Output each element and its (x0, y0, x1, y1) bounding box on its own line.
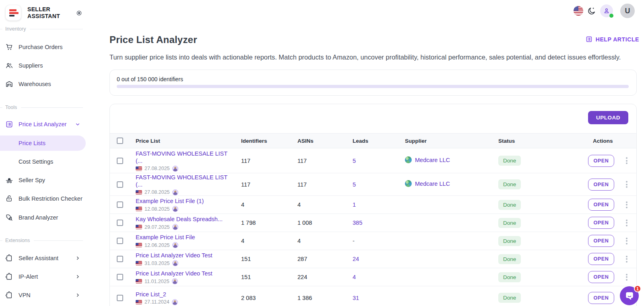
price-list-link[interactable]: Kay Wholesale Deals Spreadsh... (136, 216, 228, 223)
identifiers-value: 151 (241, 256, 297, 262)
price-list-link[interactable]: Price List_2 (136, 291, 228, 298)
dark-mode-toggle[interactable] (587, 6, 596, 16)
chat-widget-button[interactable]: 1 (620, 286, 639, 305)
puzzle-icon (5, 291, 13, 299)
row-checkbox[interactable] (117, 201, 123, 208)
sidebar-item-ip-alert[interactable]: IP-Alert (0, 268, 86, 285)
col-asins: ASINs (297, 138, 353, 144)
identifiers-value: 4 (241, 238, 297, 244)
status-badge: Done (498, 254, 521, 264)
upload-button[interactable]: UPLOAD (588, 111, 628, 124)
sidebar-item-price-lists[interactable]: Price Lists (0, 136, 86, 151)
kebab-menu-icon[interactable] (625, 236, 629, 246)
leads-link[interactable]: 5 (353, 181, 356, 188)
status-badge: Done (498, 179, 521, 189)
price-list-icon (5, 120, 13, 128)
user-avatar[interactable]: U (620, 4, 635, 18)
page-description: Turn supplier price lists into deals wit… (109, 53, 639, 61)
brand-name: SELLER ASSISTANT (27, 6, 60, 20)
price-list-link[interactable]: Example Price List File (136, 234, 228, 241)
leads-link[interactable]: 4 (353, 274, 356, 280)
price-list-link[interactable]: FAST-MOVING WHOLESALE LIST (... (136, 150, 228, 164)
table-row: Kay Wholesale Deals Spreadsh... 29.07.20… (110, 214, 636, 232)
table-row: Price List Analyzer Video Test 31.03.202… (110, 250, 636, 268)
sidebar-item-warehouses[interactable]: Warehouses (0, 75, 86, 93)
open-button[interactable]: OPEN (588, 292, 614, 304)
asins-value: 1 386 (297, 295, 353, 301)
language-flag-button[interactable] (574, 6, 583, 16)
price-list-link[interactable]: Price List Analyzer Video Test (136, 270, 228, 277)
open-button[interactable]: OPEN (588, 179, 614, 191)
status-badge: Done (498, 200, 521, 210)
leads-link[interactable]: 24 (353, 256, 359, 262)
row-checkbox[interactable] (117, 295, 123, 301)
leads-link[interactable]: 385 (353, 220, 362, 226)
open-button[interactable]: OPEN (588, 217, 614, 229)
identifiers-value: 117 (241, 181, 297, 188)
supplier-link[interactable]: Medcare LLC (415, 157, 450, 163)
sidebar-item-cost-settings[interactable]: Cost Settings (0, 153, 86, 170)
account-button[interactable] (600, 4, 613, 17)
sidebar-item-suppliers[interactable]: Suppliers (0, 57, 86, 74)
row-checkbox[interactable] (117, 274, 123, 280)
supplier-link[interactable]: Medcare LLC (415, 181, 450, 187)
kebab-menu-icon[interactable] (625, 255, 629, 264)
row-checkbox[interactable] (117, 220, 123, 226)
kebab-menu-icon[interactable] (625, 218, 629, 228)
sidebar-item-bulk-restriction-checker[interactable]: Bulk Restriction Checker (0, 190, 86, 207)
leads-link[interactable]: - (353, 238, 355, 244)
asins-value: 117 (297, 181, 353, 188)
open-button[interactable]: OPEN (588, 271, 614, 283)
leads-link[interactable]: 1 (353, 201, 356, 208)
kebab-menu-icon[interactable] (625, 273, 629, 282)
section-label-inventory: Inventory (0, 26, 86, 32)
sidebar-item-seller-spy[interactable]: Seller Spy (0, 171, 86, 189)
spy-icon (5, 176, 13, 184)
leads-link[interactable]: 31 (353, 295, 359, 301)
quota-progress-bar (117, 85, 629, 88)
uploader-avatar-icon (172, 206, 178, 212)
row-checkbox[interactable] (117, 158, 123, 164)
kebab-menu-icon[interactable] (625, 180, 629, 189)
asins-value: 287 (297, 256, 353, 262)
open-button[interactable]: OPEN (588, 253, 614, 265)
uploader-avatar-icon (172, 224, 178, 230)
price-list-link[interactable]: Price List Analyzer Video Test (136, 252, 228, 259)
table-row: FAST-MOVING WHOLESALE LIST (... 27.08.20… (110, 148, 636, 173)
help-article-link[interactable]: HELP ARTICLE (586, 36, 639, 43)
price-list-link[interactable]: FAST-MOVING WHOLESALE LIST (... (136, 174, 228, 188)
identifiers-value: 1 798 (241, 220, 297, 226)
tag-search-icon (5, 214, 13, 222)
uploader-avatar-icon (172, 189, 178, 195)
table-row: Price List Analyzer Video Test 11.01.202… (110, 268, 636, 286)
us-flag-icon (136, 225, 142, 229)
upload-date: 12.08.2025 (144, 206, 170, 212)
row-checkbox[interactable] (117, 181, 123, 188)
person-icon (603, 7, 610, 14)
sidebar-collapse-icon[interactable] (76, 10, 83, 16)
sidebar-item-vpn[interactable]: VPN (0, 286, 86, 304)
open-button[interactable]: OPEN (588, 235, 614, 247)
us-flag-icon (136, 207, 142, 211)
select-all-checkbox[interactable] (117, 138, 123, 144)
sidebar-item-purchase-orders[interactable]: Purchase Orders (0, 38, 86, 56)
kebab-menu-icon[interactable] (625, 200, 629, 209)
warehouse-icon (5, 80, 13, 88)
us-flag-icon (136, 243, 142, 247)
sidebar-item-price-list-analyzer[interactable]: Price List Analyzer (0, 115, 86, 133)
price-list-link[interactable]: Example Price List File (1) (136, 197, 228, 205)
people-icon (5, 62, 13, 70)
asins-value: 4 (297, 201, 353, 208)
status-badge: Done (498, 218, 521, 228)
uploader-avatar-icon (172, 242, 178, 248)
sidebar-item-seller-assistant-ext[interactable]: Seller Assistant (0, 249, 86, 267)
article-icon (586, 36, 592, 43)
kebab-menu-icon[interactable] (625, 156, 629, 165)
open-button[interactable]: OPEN (588, 155, 614, 167)
row-checkbox[interactable] (117, 256, 123, 262)
leads-link[interactable]: 5 (353, 158, 356, 164)
row-checkbox[interactable] (117, 238, 123, 244)
sidebar-item-brand-analyzer[interactable]: Brand Analyzer (0, 209, 86, 226)
open-button[interactable]: OPEN (588, 199, 614, 211)
asins-value: 224 (297, 274, 353, 280)
